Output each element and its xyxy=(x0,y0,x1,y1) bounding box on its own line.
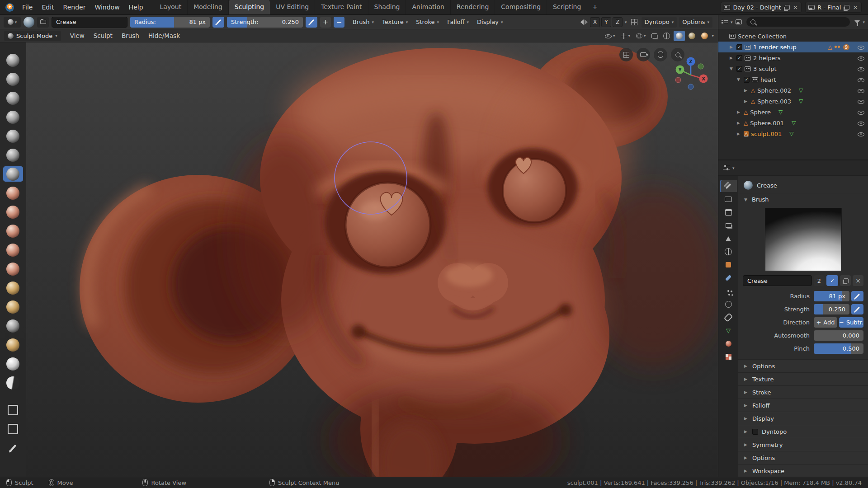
visibility-eye-icon[interactable] xyxy=(857,44,864,50)
direction-subtr-button[interactable]: −Subtr. xyxy=(839,317,863,328)
visibility-eye-icon[interactable] xyxy=(857,76,864,83)
brush-layer[interactable] xyxy=(3,109,23,125)
brush-clay-strips[interactable] xyxy=(3,90,23,106)
new-scene-icon[interactable] xyxy=(785,5,790,10)
properties-tab-modifiers[interactable] xyxy=(720,272,737,284)
gizmo-minus-y[interactable] xyxy=(698,64,703,69)
workspace-tab-sculpting[interactable]: Sculpting xyxy=(229,0,270,14)
overlays-dropdown[interactable]: ▾ xyxy=(634,31,648,41)
properties-tab-view-layer[interactable] xyxy=(720,220,737,231)
panel-stroke[interactable]: ▶Stroke xyxy=(738,385,868,399)
xray-toggle[interactable] xyxy=(649,31,660,41)
menu-file[interactable]: File xyxy=(18,0,37,14)
menu-help[interactable]: Help xyxy=(124,0,148,14)
dropdown-display[interactable]: Display▾ xyxy=(473,17,506,28)
outliner-row-sphere-001[interactable]: ▶△Sphere.001▽ xyxy=(718,117,868,128)
brush-pinch[interactable] xyxy=(3,261,23,277)
search-input[interactable] xyxy=(758,19,846,25)
pressure-toggle[interactable] xyxy=(851,304,863,314)
expand-arrow-icon[interactable]: ▶ xyxy=(736,131,741,136)
workspace-tab-layout[interactable]: Layout xyxy=(154,0,188,14)
shading-solid-button[interactable] xyxy=(674,31,685,41)
close-scene-icon[interactable]: × xyxy=(793,4,799,10)
pressure-toggle[interactable] xyxy=(851,291,863,301)
tool-annotate[interactable] xyxy=(3,440,23,455)
tool-box-mask[interactable] xyxy=(3,402,23,418)
tool-box-hide[interactable] xyxy=(3,421,23,436)
panel-options[interactable]: ▶Options xyxy=(738,451,868,464)
dropdown-texture[interactable]: Texture▾ xyxy=(378,17,411,28)
brush-crease[interactable] xyxy=(3,166,23,182)
view-layer-selector[interactable]: R - Final × xyxy=(805,2,862,13)
panel-falloff[interactable]: ▶Falloff xyxy=(738,399,868,412)
properties-tab-physics[interactable] xyxy=(720,298,737,310)
slider-pinch[interactable]: 0.500 xyxy=(814,343,863,354)
browse-brush-button[interactable] xyxy=(37,17,49,28)
properties-tab-texture[interactable] xyxy=(720,351,737,362)
properties-tab-output[interactable] xyxy=(720,206,737,218)
mode-dropdown[interactable]: Sculpt Mode ▾ xyxy=(4,31,61,41)
dyntopo-dropdown[interactable]: Dyntopo ▾ xyxy=(642,17,677,28)
direction-add-button[interactable]: +Add xyxy=(814,317,837,328)
workspace-tab-modeling[interactable]: Modeling xyxy=(188,0,229,14)
chevron-down-icon[interactable]: ▾ xyxy=(625,20,627,24)
brush-thumb[interactable] xyxy=(3,318,23,333)
unlink-brush-button[interactable]: × xyxy=(853,275,863,286)
blender-icon[interactable] xyxy=(5,3,14,12)
slider-autosmooth[interactable]: 0.000 xyxy=(814,330,863,341)
brush-inflate[interactable] xyxy=(3,128,23,144)
brush-name-input[interactable]: Crease xyxy=(743,275,812,286)
slider-radius[interactable]: 81 px xyxy=(814,291,849,301)
viewport-menu-brush[interactable]: Brush xyxy=(117,29,144,42)
properties-tab-tool[interactable] xyxy=(720,180,737,192)
outliner-row-sphere[interactable]: ▶△Sphere▽ xyxy=(718,107,868,117)
menu-edit[interactable]: Edit xyxy=(37,0,58,14)
menu-render[interactable]: Render xyxy=(59,0,90,14)
properties-tab-object-data[interactable]: ▽ xyxy=(720,324,737,336)
radius-slider[interactable]: Radius: 81 px xyxy=(130,17,210,28)
brush-draw[interactable] xyxy=(3,52,23,68)
properties-tab-render[interactable] xyxy=(720,193,737,205)
active-tool-dropdown[interactable]: ▾ xyxy=(4,17,21,28)
shading-wireframe-button[interactable] xyxy=(661,31,672,41)
visibility-eye-icon[interactable] xyxy=(857,131,864,137)
outliner-row-heart[interactable]: ▼✓heart xyxy=(718,74,868,85)
properties-editor-icon[interactable] xyxy=(723,165,730,171)
menu-window[interactable]: Window xyxy=(90,0,124,14)
viewport-menu-sculpt[interactable]: Sculpt xyxy=(89,29,117,42)
panel-workspace[interactable]: ▶Workspace xyxy=(738,464,868,477)
workspace-tab-rendering[interactable]: Rendering xyxy=(451,0,495,14)
fake-user-toggle[interactable]: ✓ xyxy=(826,275,838,286)
workspace-tab-scripting[interactable]: Scripting xyxy=(547,0,587,14)
panel-dyntopo[interactable]: ▶Dyntopo xyxy=(738,425,868,438)
chevron-down-icon[interactable]: ▾ xyxy=(863,20,865,24)
properties-tab-scene[interactable] xyxy=(720,233,737,244)
shading-material-button[interactable] xyxy=(686,31,698,41)
panel-options[interactable]: ▶Options xyxy=(738,359,868,372)
brush-fill[interactable] xyxy=(3,223,23,239)
outliner-row-sphere-002[interactable]: ▶△Sphere.002▽ xyxy=(718,85,868,96)
brush-panel-header[interactable]: ▼ Brush xyxy=(738,193,868,206)
shading-rendered-button[interactable] xyxy=(699,31,710,41)
collection-checkbox[interactable]: ✓ xyxy=(736,55,742,61)
outliner-row-1-render-setup[interactable]: ▶✓1 render setup△9 xyxy=(718,42,868,52)
scene-selector[interactable]: Day 02 - Delight × xyxy=(721,2,802,13)
workspace-tab-shading[interactable]: Shading xyxy=(368,0,406,14)
outliner-row-3-sculpt[interactable]: ▼✓3 sculpt xyxy=(718,63,868,74)
display-mode-icon[interactable] xyxy=(736,19,742,24)
brush-smooth[interactable] xyxy=(3,185,23,201)
viewport-menu-view[interactable]: View xyxy=(66,29,89,42)
brush-thumbnail[interactable] xyxy=(24,17,34,28)
expand-arrow-icon[interactable]: ▶ xyxy=(743,99,749,103)
grid-button[interactable] xyxy=(619,48,633,61)
expand-arrow-icon[interactable]: ▶ xyxy=(728,56,734,60)
brush-preview-image[interactable] xyxy=(765,208,842,271)
panel-texture[interactable]: ▶Texture xyxy=(738,372,868,385)
camera-view-button[interactable] xyxy=(637,48,650,61)
expand-arrow-icon[interactable]: ▶ xyxy=(728,45,734,49)
collection-checkbox[interactable]: ✓ xyxy=(736,44,742,50)
3d-viewport[interactable]: Z X Y xyxy=(0,42,718,477)
gizmo-minus-z[interactable] xyxy=(688,84,693,89)
outliner-row-2-helpers[interactable]: ▶✓2 helpers xyxy=(718,52,868,63)
visibility-eye-icon[interactable] xyxy=(857,120,864,126)
